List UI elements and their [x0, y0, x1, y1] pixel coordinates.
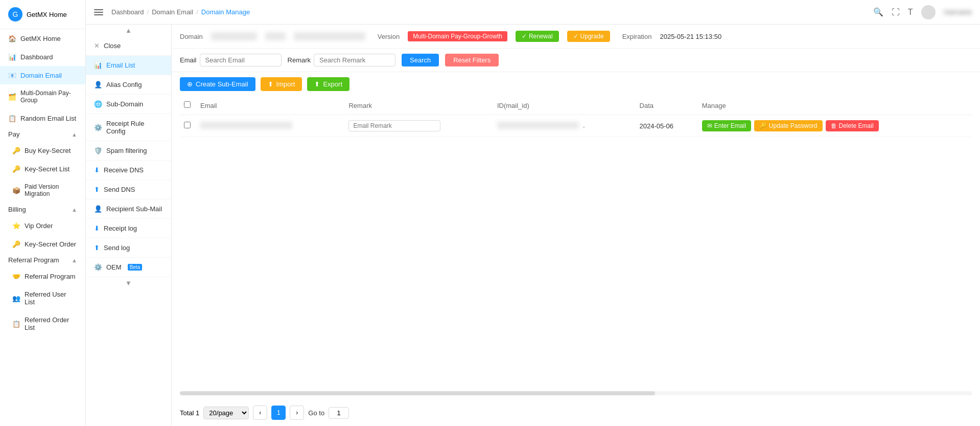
sidebar-item-multi-domain[interactable]: 🗂️ Multi-Domain Pay-Group	[0, 84, 85, 109]
panel-item-email-list[interactable]: 📊 Email List	[86, 56, 171, 75]
topbar-right: 🔍 ⛶ T Username	[873, 5, 972, 19]
renewal-button[interactable]: ✓ Renewal	[516, 31, 559, 42]
table-header-manage: Manage	[698, 96, 972, 115]
sidebar-logo[interactable]: G GetMX Home	[0, 0, 85, 29]
text-size-icon[interactable]: T	[908, 8, 913, 17]
breadcrumb-sep2: /	[196, 8, 198, 16]
manage-cell: ✉ Enter Email 🔑 Update Password 🗑	[702, 120, 968, 131]
panel-item-sub-domain[interactable]: 🌐 Sub-Domain	[86, 95, 171, 114]
panel-item-label: Close	[104, 42, 121, 50]
email-search-group: Email	[180, 54, 282, 66]
referred-order-icon: 📋	[12, 320, 20, 328]
avatar[interactable]	[921, 5, 936, 19]
panel-item-receive-dns[interactable]: ⬇ Receive DNS	[86, 161, 171, 180]
enter-email-button[interactable]: ✉ Enter Email	[702, 120, 751, 131]
panel-item-alias-config[interactable]: 👤 Alias Config	[86, 75, 171, 95]
search-button[interactable]: Search	[402, 54, 439, 66]
chevron-up-icon: ▲	[72, 131, 77, 138]
breadcrumb-dashboard[interactable]: Dashboard	[111, 8, 144, 16]
sidebar-item-label: Key-Secret List	[25, 165, 69, 173]
sidebar-item-referred-order-list[interactable]: 📋 Referred Order List	[4, 311, 85, 337]
fullscreen-icon[interactable]: ⛶	[892, 8, 900, 17]
panel-scroll-down[interactable]: ▼	[86, 277, 171, 289]
search-bar: Email Remark Search Reset Filters	[172, 49, 980, 72]
row-manage: ✉ Enter Email 🔑 Update Password 🗑	[698, 115, 972, 137]
panel-item-label: Alias Config	[106, 81, 142, 88]
remark-search-input[interactable]	[314, 54, 395, 66]
panel-item-receipt-rule-config[interactable]: ⚙️ Receipt Rule Config	[86, 114, 171, 141]
panel-item-label: Send DNS	[104, 186, 135, 193]
panel-item-send-dns[interactable]: ⬆ Send DNS	[86, 180, 171, 199]
update-password-button[interactable]: 🔑 Update Password	[754, 120, 823, 131]
table-scroll-track[interactable]	[180, 391, 972, 395]
page-1-button[interactable]: 1	[271, 406, 286, 420]
create-icon: ⊕	[187, 80, 193, 88]
select-all-checkbox[interactable]	[184, 101, 191, 108]
send-dns-icon: ⬆	[94, 186, 100, 193]
sidebar-item-label: Referral Program	[25, 273, 76, 280]
billing-section-label: Billing	[8, 206, 26, 213]
import-button[interactable]: ⬆ Import	[261, 77, 302, 91]
sidebar-item-getmx-home[interactable]: 🏠 GetMX Home	[0, 29, 85, 48]
row-remark	[344, 115, 493, 137]
table-header-id: ID(mail_id)	[493, 96, 636, 115]
next-page-button[interactable]: ›	[290, 406, 304, 420]
enter-icon: ✉	[707, 122, 712, 129]
sidebar-item-dashboard[interactable]: 📊 Dashboard	[0, 48, 85, 66]
remark-search-label: Remark	[288, 56, 311, 64]
sidebar-item-label: Random Email List	[20, 115, 76, 122]
sidebar-item-buy-key-secret[interactable]: 🔑 Buy Key-Secret	[4, 141, 85, 160]
delete-email-button[interactable]: 🗑 Delete Email	[826, 120, 879, 131]
sidebar-section-referral[interactable]: Referral Program ▲	[0, 253, 85, 267]
panel-item-recipient-sub-mail[interactable]: 👤 Recipient Sub-Mail	[86, 199, 171, 219]
search-icon[interactable]: 🔍	[873, 7, 883, 17]
table-header-data: Data	[636, 96, 698, 115]
table-scroll-thumb	[180, 391, 655, 395]
sidebar-item-random-email[interactable]: 📋 Random Email List	[0, 109, 85, 127]
sidebar-item-key-secret-list[interactable]: 🔑 Key-Secret List	[4, 160, 85, 178]
sidebar-item-key-secret-order[interactable]: 🔑 Key-Secret Order	[4, 235, 85, 253]
panel-item-receipt-log[interactable]: ⬇ Receipt log	[86, 219, 171, 238]
panel-item-label: Receipt log	[104, 225, 137, 232]
referral-icon: 🤝	[12, 272, 20, 280]
breadcrumb-domain-manage: Domain Manage	[201, 8, 250, 16]
panel-scroll-up[interactable]: ▲	[86, 25, 171, 36]
email-list-icon: 📊	[94, 61, 102, 69]
goto-input[interactable]	[329, 407, 349, 419]
panel-item-spam-filtering[interactable]: 🛡️ Spam filtering	[86, 141, 171, 161]
sidebar-section-billing[interactable]: Billing ▲	[0, 203, 85, 216]
create-sub-email-button[interactable]: ⊕ Create Sub-Email	[180, 77, 255, 91]
panel-item-close[interactable]: ✕ Close	[86, 36, 171, 56]
referral-sub-section: 🤝 Referral Program 👥 Referred User List …	[0, 267, 85, 337]
reset-filters-button[interactable]: Reset Filters	[445, 54, 499, 66]
row-checkbox-cell	[180, 115, 196, 137]
spam-icon: 🛡️	[94, 147, 102, 154]
receipt-rule-icon: ⚙️	[94, 124, 102, 131]
sidebar-item-label: Referred Order List	[25, 316, 77, 331]
export-icon: ⬆	[314, 80, 320, 88]
sidebar-item-referral-program[interactable]: 🤝 Referral Program	[4, 267, 85, 285]
alias-icon: 👤	[94, 81, 102, 88]
panel-item-send-log[interactable]: ⬆ Send log	[86, 238, 171, 258]
sidebar-item-vip-order[interactable]: ⭐ Vip Order	[4, 216, 85, 235]
hamburger-menu[interactable]	[94, 9, 103, 15]
upgrade-button[interactable]: ✓ Upgrade	[567, 31, 610, 42]
version-badge: Multi-Domain Pay-Group-Growth	[408, 31, 507, 41]
page-size-select[interactable]: 20/page 50/page 100/page	[203, 407, 249, 419]
sidebar-item-domain-email[interactable]: 📧 Domain Email	[0, 66, 85, 84]
prev-page-button[interactable]: ‹	[253, 406, 267, 420]
panel-item-oem[interactable]: ⚙️ OEM Beta	[86, 258, 171, 277]
pagination-total-label: Total 1	[180, 409, 199, 417]
panel-item-label: Receive DNS	[104, 166, 144, 174]
sidebar-item-paid-version-migration[interactable]: 📦 Paid Version Migration	[4, 178, 85, 203]
upgrade-check-icon: ✓	[573, 33, 578, 40]
email-remark-input[interactable]	[348, 120, 440, 131]
export-button[interactable]: ⬆ Export	[307, 77, 349, 91]
sidebar-item-referred-user-list[interactable]: 👥 Referred User List	[4, 285, 85, 311]
row-checkbox[interactable]	[184, 122, 191, 128]
email-search-input[interactable]	[200, 54, 282, 66]
pay-sub-section: 🔑 Buy Key-Secret 🔑 Key-Secret List 📦 Pai…	[0, 141, 85, 203]
breadcrumb-domain-email[interactable]: Domain Email	[152, 8, 193, 16]
sidebar-section-pay[interactable]: Pay ▲	[0, 127, 85, 141]
email-table-wrapper: Email Remark ID(mail_id) Data Manage	[172, 96, 980, 391]
